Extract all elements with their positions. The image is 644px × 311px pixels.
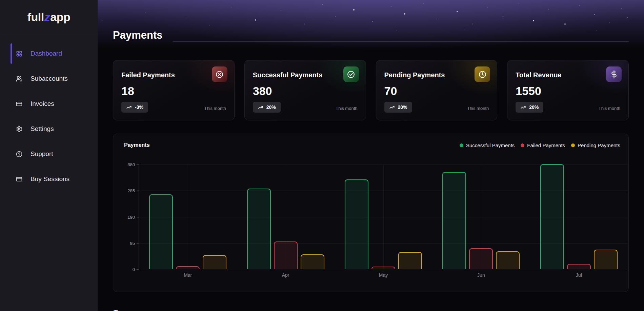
sidebar-item-label: Buy Sessions xyxy=(31,175,69,183)
credit-card-icon xyxy=(16,176,22,182)
bar-failed-payments-apr xyxy=(274,241,298,269)
chart-legend: Successful PaymentsFailed PaymentsPendin… xyxy=(460,142,620,148)
bar-successful-payments-mar xyxy=(149,194,173,269)
sidebar-item-buy-sessions[interactable]: Buy Sessions xyxy=(0,167,98,192)
legend-item-failed-payments[interactable]: Failed Payments xyxy=(521,142,565,148)
y-tick-label: 95 xyxy=(119,241,135,246)
stat-card-value: 380 xyxy=(253,84,358,98)
stat-card-title: Failed Payments xyxy=(121,71,226,79)
x-axis-label: Jul xyxy=(565,272,592,278)
trend-value: 20% xyxy=(529,104,539,110)
sidebar: fullzapp DashboardSubaccountsInvoicesSet… xyxy=(0,0,98,311)
main-content: Payments Failed Payments18-3%This monthS… xyxy=(98,0,644,311)
sidebar-item-invoices[interactable]: Invoices xyxy=(0,91,98,116)
bar-failed-payments-may xyxy=(371,267,395,269)
legend-label: Failed Payments xyxy=(527,142,565,148)
bar-pending-payments-apr xyxy=(301,254,324,269)
y-tick-label: 380 xyxy=(119,162,135,167)
page-title: Payments xyxy=(113,29,162,41)
v-gridline xyxy=(628,164,628,269)
legend-label: Pending Payments xyxy=(578,142,620,148)
trend-value: 20% xyxy=(266,104,276,110)
sidebar-nav: DashboardSubaccountsInvoicesSettingsSupp… xyxy=(0,41,98,192)
x-axis-label: Apr xyxy=(272,272,299,278)
legend-item-successful-payments[interactable]: Successful Payments xyxy=(460,142,515,148)
bar-failed-payments-mar xyxy=(176,266,200,269)
x-axis-label: Mar xyxy=(174,272,201,278)
y-tick-mark xyxy=(137,191,139,191)
trend-badge: 20% xyxy=(516,102,543,113)
stat-card-failed-payments: Failed Payments18-3%This month xyxy=(113,60,235,120)
top-gradient-banner xyxy=(98,0,644,51)
bar-failed-payments-jul xyxy=(567,264,591,269)
trend-up-icon xyxy=(126,105,132,110)
logo-suffix: app xyxy=(50,11,70,24)
legend-item-pending-payments[interactable]: Pending Payments xyxy=(571,142,620,148)
bar-successful-payments-apr xyxy=(247,189,271,269)
trend-badge: 20% xyxy=(384,102,412,113)
stat-card-title: Successful Payments xyxy=(253,71,358,79)
circle-x-icon xyxy=(215,70,224,79)
title-divider xyxy=(173,41,629,42)
y-tick-label: 285 xyxy=(119,188,135,193)
app-logo: fullzapp xyxy=(0,0,98,34)
stat-card-total-revenue: Total Revenue155020%This month xyxy=(507,60,629,120)
logo-prefix: full xyxy=(27,11,44,24)
stat-card-period: This month xyxy=(599,106,620,111)
gear-icon xyxy=(16,126,22,132)
y-tick-mark xyxy=(137,217,139,217)
stat-card-period: This month xyxy=(336,106,357,111)
stat-card-period: This month xyxy=(467,106,489,111)
sidebar-divider xyxy=(0,34,98,34)
trend-up-icon xyxy=(258,105,263,110)
sidebar-item-support[interactable]: Support xyxy=(0,141,98,167)
x-axis-label: Jun xyxy=(467,272,495,278)
stat-card-value: 1550 xyxy=(516,84,620,98)
sidebar-item-label: Settings xyxy=(31,125,54,133)
trend-badge: 20% xyxy=(253,102,281,113)
bar-pending-payments-mar xyxy=(203,255,226,269)
y-tick-mark xyxy=(137,164,139,165)
stat-card-iconbox xyxy=(606,66,622,82)
stat-card-value: 18 xyxy=(121,84,226,98)
stat-card-iconbox xyxy=(212,66,227,82)
bar-pending-payments-may xyxy=(398,252,422,269)
clock-icon xyxy=(478,70,487,79)
sidebar-item-label: Dashboard xyxy=(31,50,62,57)
trend-up-icon xyxy=(520,105,526,110)
circle-check-icon xyxy=(347,70,355,79)
stat-card-value: 70 xyxy=(384,84,489,98)
sidebar-item-label: Invoices xyxy=(31,100,54,108)
sidebar-item-label: Subaccounts xyxy=(31,75,68,82)
stars-decoration xyxy=(98,0,98,1)
bar-successful-payments-jun xyxy=(442,172,466,269)
y-tick-mark xyxy=(137,243,139,244)
stat-card-iconbox xyxy=(475,66,490,82)
v-gridline xyxy=(188,164,188,269)
stat-card-pending-payments: Pending Payments7020%This month xyxy=(376,60,498,120)
trend-value: 20% xyxy=(398,104,407,110)
sidebar-item-dashboard[interactable]: Dashboard xyxy=(0,41,98,66)
v-gridline xyxy=(579,164,579,269)
sidebar-item-label: Support xyxy=(31,150,53,158)
stat-cards-row: Failed Payments18-3%This monthSuccessful… xyxy=(113,60,629,120)
trend-value: -3% xyxy=(135,104,143,110)
stat-card-period: This month xyxy=(204,106,226,111)
legend-dot xyxy=(460,143,463,147)
bar-failed-payments-jun xyxy=(469,248,493,269)
bar-successful-payments-jul xyxy=(540,164,564,269)
chart-title: Payments xyxy=(124,142,150,148)
legend-dot xyxy=(521,143,524,147)
trend-up-icon xyxy=(389,105,395,110)
credit-card-icon xyxy=(16,101,22,107)
sidebar-item-settings[interactable]: Settings xyxy=(0,116,98,141)
bar-pending-payments-jun xyxy=(496,251,520,269)
payments-chart-card: Payments Successful PaymentsFailed Payme… xyxy=(113,134,629,292)
help-circle-icon xyxy=(16,151,22,157)
dollar-icon xyxy=(610,70,618,79)
legend-label: Successful Payments xyxy=(466,142,515,148)
bar-pending-payments-jul xyxy=(594,250,618,269)
legend-dot xyxy=(571,143,575,147)
y-tick-label: 0 xyxy=(119,267,135,272)
sidebar-item-subaccounts[interactable]: Subaccounts xyxy=(0,66,98,91)
